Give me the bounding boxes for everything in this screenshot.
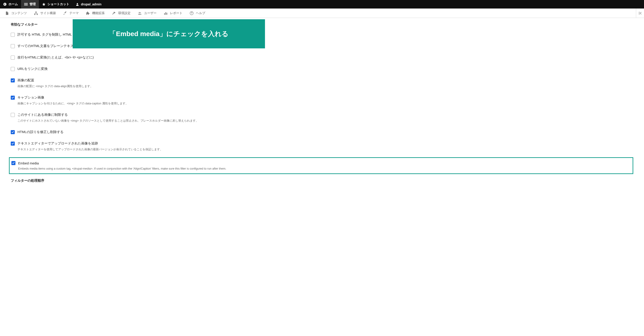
- filter-label: Embed media: [18, 161, 39, 165]
- toolbar-shortcut-label: ショートカット: [48, 2, 69, 6]
- filter-description: 画像にキャプションを付けるために、<img> タグの data-caption …: [18, 101, 633, 105]
- collapse-toolbar-button[interactable]: [636, 9, 644, 18]
- admin-menu-structure[interactable]: サイト構築: [30, 9, 60, 18]
- filter-label: キャプション画像: [18, 95, 44, 100]
- back-icon: [3, 3, 7, 6]
- svg-rect-2: [24, 4, 28, 5]
- svg-point-9: [140, 12, 141, 13]
- toolbar-back-home[interactable]: ホーム: [0, 0, 21, 9]
- wrench-icon: [112, 11, 116, 15]
- callout-text: 「Embed media」にチェックを入れる: [109, 29, 228, 39]
- brush-icon: [63, 11, 67, 15]
- chart-icon: [164, 11, 168, 15]
- highlighted-filter: Embed media Embeds media items using a c…: [9, 157, 633, 174]
- filter-item: 画像の配置 画像の配置に <img> タグの data-align属性を使用しま…: [11, 77, 633, 92]
- filter-checkbox[interactable]: [11, 67, 15, 71]
- admin-menu-extend[interactable]: 機能拡張: [82, 9, 108, 18]
- admin-menu-config[interactable]: 環境設定: [108, 9, 134, 18]
- admin-menu-config-label: 環境設定: [118, 11, 130, 15]
- filter-item: テキストエディターでアップロードされた画像を追跡 テキストエディターを使用してア…: [11, 140, 633, 155]
- top-toolbar: ホーム 管理 ショートカット drupal_admin: [0, 0, 644, 9]
- admin-menu-content-label: コンテンツ: [11, 11, 27, 15]
- admin-menu-appearance[interactable]: テーマ: [60, 9, 82, 18]
- admin-menu-people[interactable]: ユーザー: [134, 9, 160, 18]
- collapse-icon: [638, 11, 642, 15]
- filter-description: Embeds media items using a custom tag, <…: [18, 167, 631, 170]
- admin-menu-extend-label: 機能拡張: [92, 11, 105, 15]
- admin-menu-help-label: ヘルプ: [196, 11, 205, 15]
- svg-rect-6: [34, 14, 36, 15]
- filter-label: 改行をHTMLに変換(たとえば、<br> や <p>などに): [18, 55, 94, 60]
- admin-menu-structure-label: サイト構築: [40, 11, 56, 15]
- toolbar-manage-label: 管理: [30, 2, 36, 6]
- filter-description: 画像の配置に <img> タグの data-align属性を使用します。: [18, 84, 633, 88]
- svg-rect-7: [37, 14, 38, 15]
- filter-list: 許可する HTML タグを制限し HTML すべてのHTML文書をプレーンテキス…: [11, 31, 633, 177]
- help-icon: [190, 11, 194, 15]
- filter-checkbox[interactable]: [11, 130, 15, 134]
- filter-label: すべてのHTML文書をプレーンテキス: [18, 44, 74, 48]
- filter-label: 画像の配置: [18, 78, 34, 82]
- admin-menu-reports[interactable]: レポート: [160, 9, 186, 18]
- processing-order-heading: フィルターの処理順序: [11, 179, 633, 183]
- callout-banner: 「Embed media」にチェックを入れる: [73, 19, 265, 48]
- filter-label: テキストエディターでアップロードされた画像を追跡: [18, 141, 98, 146]
- admin-menu-appearance-label: テーマ: [69, 11, 79, 15]
- filter-checkbox[interactable]: [11, 44, 15, 48]
- toolbar-user[interactable]: drupal_admin: [72, 0, 105, 9]
- admin-menu-people-label: ユーザー: [144, 11, 156, 15]
- svg-rect-1: [24, 3, 28, 4]
- people-icon: [138, 11, 142, 15]
- filter-checkbox[interactable]: [11, 141, 15, 146]
- user-icon: [76, 3, 79, 6]
- puzzle-icon: [86, 11, 90, 15]
- filter-label: URLをリンクに変換: [18, 67, 48, 71]
- filter-item: HTMLの誤りを修正し削除する: [11, 129, 633, 138]
- svg-point-8: [139, 12, 140, 13]
- filter-item: このサイトにある画像に制限する このサイトにホストされていない画像を <img>…: [11, 111, 633, 127]
- svg-rect-3: [24, 5, 28, 5]
- filter-label: 許可する HTML タグを制限し HTML: [18, 33, 72, 37]
- filter-checkbox[interactable]: [11, 56, 15, 60]
- filter-item: キャプション画像 画像にキャプションを付けるために、<img> タグの data…: [11, 94, 633, 109]
- document-icon: [5, 11, 9, 15]
- hamburger-icon: [24, 3, 28, 6]
- svg-rect-5: [36, 12, 37, 13]
- toolbar-shortcut[interactable]: ショートカット: [39, 0, 72, 9]
- toolbar-home-label: ホーム: [8, 2, 18, 6]
- filter-item: 改行をHTMLに変換(たとえば、<br> や <p>などに): [11, 54, 633, 64]
- filter-item-embed-media: Embed media Embeds media items using a c…: [10, 160, 631, 171]
- filter-checkbox[interactable]: [11, 78, 15, 82]
- filter-description: テキストエディターを使用してアップロードされた画像の最新バージョンが表示されてい…: [18, 147, 633, 151]
- filter-description: このサイトにホストされていない画像を <img> タグのソースとして使用すること…: [18, 119, 633, 123]
- filter-checkbox[interactable]: [11, 113, 15, 117]
- svg-point-0: [3, 3, 6, 6]
- svg-rect-11: [166, 12, 166, 15]
- filter-label: このサイトにある画像に制限する: [18, 113, 68, 117]
- admin-menu-content[interactable]: コンテンツ: [1, 9, 30, 18]
- filter-checkbox[interactable]: [11, 33, 15, 37]
- svg-rect-10: [164, 13, 165, 15]
- admin-menu-reports-label: レポート: [170, 11, 182, 15]
- admin-menu-help[interactable]: ヘルプ: [186, 9, 209, 18]
- filter-checkbox[interactable]: [11, 96, 15, 100]
- svg-point-14: [192, 14, 192, 14]
- structure-icon: [34, 11, 38, 15]
- filter-item: URLをリンクに変換: [11, 65, 633, 75]
- svg-point-4: [77, 3, 78, 4]
- filter-label: HTMLの誤りを修正し削除する: [18, 130, 64, 134]
- svg-rect-12: [166, 13, 167, 15]
- admin-menu: コンテンツ サイト構築 テーマ 機能拡張 環境設定 ユーザー レポート: [0, 9, 644, 18]
- toolbar-user-label: drupal_admin: [81, 3, 102, 6]
- star-icon: [42, 3, 46, 6]
- filter-checkbox-embed-media[interactable]: [12, 161, 16, 165]
- toolbar-manage[interactable]: 管理: [21, 0, 39, 9]
